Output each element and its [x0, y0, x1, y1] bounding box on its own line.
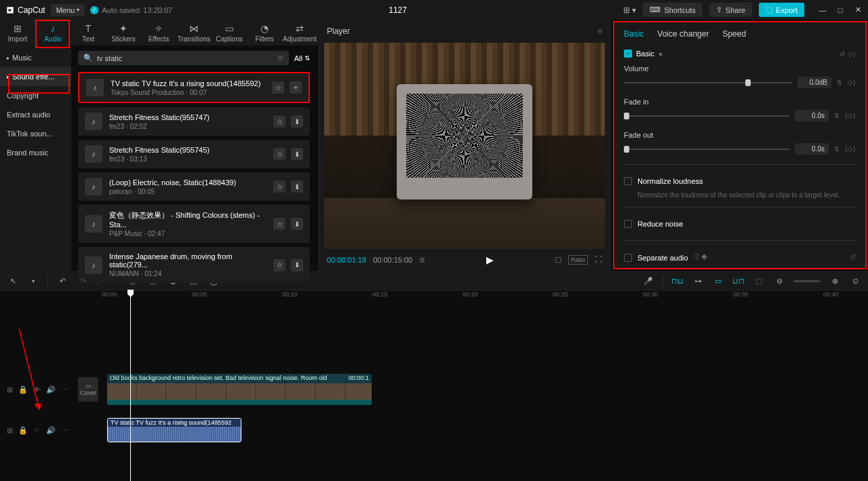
volume-label: Volume — [624, 64, 856, 73]
download-button[interactable]: ⬇ — [291, 148, 303, 160]
tab-transitions[interactable]: ⋈Transitions — [176, 20, 212, 45]
volume-slider[interactable] — [624, 82, 792, 83]
shortcuts-button[interactable]: ⌨Shortcuts — [643, 3, 702, 17]
autosave-status: ✓ Auto saved: 13:20:07 — [90, 6, 172, 14]
snap-tool[interactable]: ⊓⊔ — [671, 275, 684, 287]
favorite-button[interactable]: ☆ — [273, 148, 285, 160]
menu-button[interactable]: Menu▾ — [51, 4, 85, 16]
fit-tool[interactable]: ⊙ — [849, 275, 861, 287]
tab-adjustment[interactable]: ⇄Adjustment — [282, 20, 317, 45]
redo-button[interactable]: ↷ — [77, 275, 89, 287]
keyframe-icon[interactable]: ◇⟩ — [848, 50, 856, 58]
sound-list-item[interactable]: ♪ 変色（静态效果） - Shifting Colours (stems) - … — [78, 205, 310, 243]
player-menu-icon[interactable]: ≡ — [597, 26, 602, 36]
favorite-button[interactable]: ☆ — [272, 81, 284, 94]
zoom-in[interactable]: ⊕ — [829, 275, 841, 287]
playhead[interactable] — [130, 291, 131, 481]
stepper-icon[interactable]: ⇅ — [834, 113, 840, 119]
tab-audio[interactable]: ♪Audio — [35, 20, 71, 45]
preview-tool[interactable]: ▭ — [712, 275, 724, 287]
favorite-button[interactable]: ☆ — [273, 218, 285, 230]
link-tool[interactable]: ⊶ — [692, 275, 704, 287]
tab-text[interactable]: TText — [71, 20, 106, 45]
reset-icon[interactable]: ↺ — [840, 50, 845, 58]
add-button[interactable]: ＋ — [290, 81, 302, 94]
search-input[interactable] — [97, 54, 273, 62]
keyframe-icon[interactable]: ⟨◇⟩ — [845, 145, 856, 153]
video-clip[interactable]: Old books background retro television se… — [107, 374, 372, 405]
fadeout-slider[interactable] — [624, 149, 789, 150]
volume-value[interactable]: 0.0dB — [797, 77, 831, 88]
audio-clip[interactable]: TV static TV fuzz It's a rising sound(14… — [107, 418, 241, 442]
tab-effects[interactable]: ✧Effects — [141, 20, 176, 45]
duration-time: 00:00:15:00 — [373, 256, 412, 264]
sidebar-item-brand[interactable]: Brand music — [0, 143, 71, 162]
reduce-checkbox[interactable] — [624, 220, 632, 228]
stepper-icon[interactable]: ⇅ — [834, 146, 840, 153]
track-controls[interactable]: ⊞🔒👁🔊⋯ — [7, 426, 68, 435]
crop-icon[interactable]: ▢ — [555, 255, 561, 265]
sound-list-item[interactable]: ♪ TV static TV fuzz It's a rising sound(… — [78, 72, 310, 103]
close-button[interactable]: ✕ — [853, 5, 863, 15]
fullscreen-icon[interactable]: ⛶ — [595, 255, 602, 265]
magnet-tool[interactable]: ⊔⊓ — [732, 275, 745, 287]
tab-stickers[interactable]: ✦Stickers — [106, 20, 141, 45]
fadein-slider[interactable] — [624, 115, 789, 117]
normalize-checkbox[interactable] — [624, 177, 632, 185]
pointer-tool[interactable]: ↖ — [7, 275, 19, 287]
download-button[interactable]: ⬇ — [291, 180, 303, 193]
undo-button[interactable]: ↶ — [56, 275, 68, 287]
fadeout-value[interactable]: 0.0s — [795, 143, 829, 155]
inspector-tab-speed[interactable]: Speed — [722, 29, 746, 39]
tab-captions[interactable]: ▭Captions — [212, 20, 247, 45]
zoom-out[interactable]: ⊖ — [773, 275, 785, 287]
clear-icon[interactable]: ⊘ — [277, 54, 283, 62]
minimize-button[interactable]: — — [818, 5, 827, 15]
svg-line-0 — [19, 328, 39, 410]
keyframe-icon[interactable]: ⟨◇⟩ — [845, 112, 856, 119]
track-controls[interactable]: ⊞🔒👁🔊⋯ — [7, 385, 68, 394]
sound-list-item[interactable]: ♪ Intense Japanese drum, moving from sta… — [78, 247, 310, 283]
mic-tool[interactable]: 🎤 — [642, 275, 654, 287]
list-icon[interactable]: ≣ — [419, 256, 425, 265]
download-button[interactable]: ⬇ — [291, 115, 303, 128]
basic-checkbox[interactable]: ✓ — [624, 50, 632, 58]
sidebar-item-tiktok[interactable]: TikTok soun... — [0, 124, 71, 143]
ratio-button[interactable]: Ratio — [568, 255, 588, 265]
download-button[interactable]: ⬇ — [291, 259, 303, 271]
favorite-button[interactable]: ☆ — [273, 115, 285, 128]
sidebar-item-sound-effects[interactable]: ▸Sound effe... — [0, 67, 71, 86]
separate-checkbox[interactable] — [624, 254, 632, 262]
export-button[interactable]: ⬚Export — [759, 3, 804, 17]
sidebar-item-copyright[interactable]: Copyright — [0, 86, 71, 105]
play-button[interactable]: ▶ — [432, 254, 548, 265]
fadein-value[interactable]: 0.0s — [795, 110, 829, 121]
sound-list-item[interactable]: ♪ Stretch Fitness Static(955747)fm23 · 0… — [78, 107, 310, 136]
keyframe-icon[interactable]: ◇⟩ — [848, 79, 856, 86]
favorite-button[interactable]: ☆ — [273, 180, 285, 193]
marker-tool[interactable]: ⬚ — [753, 275, 765, 287]
reset-icon[interactable]: ↺ — [850, 253, 856, 262]
sound-list-item[interactable]: ♪ (Loop) Electric, noise, Static(1488439… — [78, 172, 310, 201]
sidebar-item-music[interactable]: ▸Music — [0, 48, 71, 67]
maximize-button[interactable]: □ — [835, 5, 845, 15]
download-button[interactable]: ⬇ — [291, 218, 303, 230]
reduce-option[interactable]: Reduce noise — [624, 216, 856, 232]
inspector-tab-basic[interactable]: Basic — [624, 29, 644, 39]
cover-button[interactable]: ▭Cover — [78, 377, 98, 402]
layout-icon[interactable]: ⊞ ▾ — [623, 5, 636, 15]
timeline-ruler[interactable]: 00:00 00:05 00:10 00:15 00:20 00:25 00:3… — [0, 291, 868, 305]
zoom-slider[interactable] — [793, 280, 821, 282]
sound-list-item[interactable]: ♪ Stretch Fitness Static(955745)fm23 · 0… — [78, 140, 310, 168]
sidebar-item-extract[interactable]: Extract audio — [0, 105, 71, 124]
tab-import[interactable]: ⊞Import — [0, 20, 35, 45]
share-button[interactable]: ⇧Share — [709, 3, 752, 17]
tab-filters[interactable]: ◔Filters — [247, 20, 282, 45]
filter-all[interactable]: All⇅ — [294, 54, 310, 62]
inspector-tab-voice[interactable]: Voice changer — [657, 29, 709, 39]
normalize-option[interactable]: Normalize loudness — [624, 173, 856, 189]
favorite-button[interactable]: ☆ — [273, 259, 285, 271]
stepper-icon[interactable]: ⇅ — [837, 79, 842, 86]
chevron-down-icon[interactable]: ▾ — [27, 275, 39, 287]
video-preview[interactable] — [324, 43, 605, 249]
